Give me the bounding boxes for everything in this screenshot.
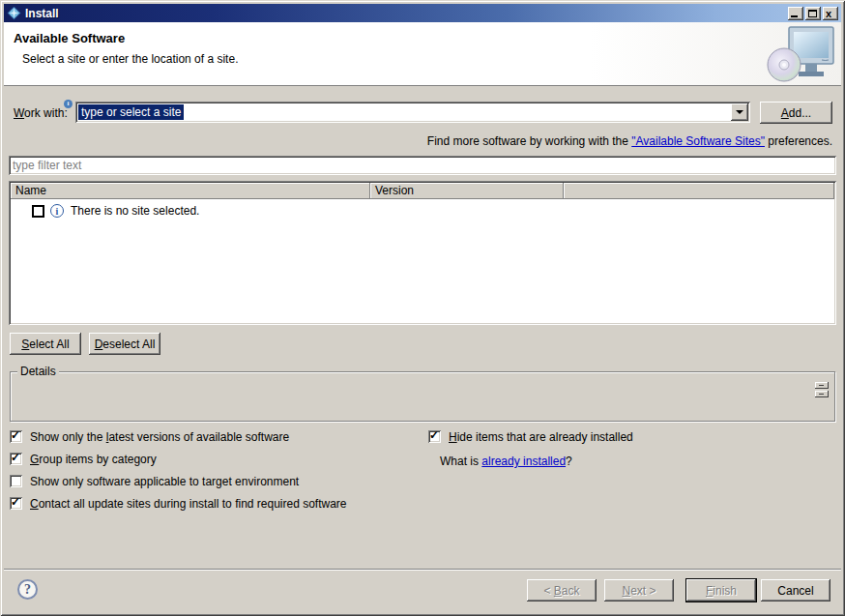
option-label: Contact all update sites during install … (30, 496, 347, 511)
finish-button[interactable]: Finish (686, 579, 756, 601)
combo-selected-text: type or select a site (78, 104, 184, 120)
option-group-by-category[interactable]: ✓ Group items by category (10, 452, 416, 466)
details-group: Details (10, 371, 835, 422)
what-is-installed-text: What is already installed? (440, 455, 572, 468)
details-resize-handle-icon[interactable] (815, 382, 829, 397)
table-header: Name Version (11, 183, 834, 199)
details-group-label: Details (17, 365, 59, 378)
deselect-all-button[interactable]: Deselect All (89, 333, 160, 355)
work-with-label: Work with: (14, 106, 68, 120)
option-label: Group items by category (30, 452, 157, 466)
table-row[interactable]: i There is no site selected. (11, 204, 199, 218)
info-icon: i (50, 204, 64, 218)
filter-input[interactable] (9, 156, 836, 175)
checkbox[interactable]: ✓ (10, 497, 22, 510)
maximize-button[interactable] (805, 7, 821, 20)
back-button[interactable]: < Back (527, 579, 597, 601)
option-contact-update-sites[interactable]: ✓ Contact all update sites during instal… (10, 496, 416, 511)
info-icon: i (64, 100, 73, 108)
software-tree-table[interactable]: Name Version i There is no site selected… (9, 181, 836, 325)
option-label: Hide items that are already installed (449, 429, 633, 444)
column-header-version[interactable]: Version (370, 183, 564, 199)
add-button[interactable]: Add... (760, 102, 832, 124)
already-installed-link[interactable]: already installed (481, 455, 566, 468)
checkbox[interactable]: ✓ (10, 475, 22, 487)
chevron-down-icon (736, 110, 743, 114)
cancel-button[interactable]: Cancel (761, 579, 830, 601)
checkbox[interactable]: ✓ (10, 453, 22, 465)
page-title: Available Software (14, 31, 125, 45)
row-label: There is no site selected. (71, 204, 199, 218)
row-checkbox[interactable] (32, 205, 44, 218)
find-more-text: Find more software by working with the "… (427, 134, 832, 148)
footer-separator (4, 569, 841, 571)
minimize-icon (791, 15, 798, 17)
help-icon: ? (24, 582, 31, 598)
title-bar[interactable]: Install x (4, 4, 841, 22)
close-button[interactable]: x (823, 7, 838, 20)
install-software-graphic-icon (764, 23, 835, 83)
option-label: Show only software applicable to target … (30, 474, 299, 488)
option-show-latest[interactable]: ✓ Show only the latest versions of avail… (10, 429, 416, 444)
window-title: Install (25, 7, 59, 20)
work-with-combo[interactable]: type or select a site (75, 102, 750, 123)
install-dialog-window: Install x Available Software Select a si… (0, 0, 845, 616)
column-header-name[interactable]: Name (11, 183, 370, 199)
wizard-banner: Available Software Select a site or ente… (4, 22, 841, 86)
close-icon: x (826, 9, 831, 18)
finish-button-default-ring: Finish (685, 578, 757, 602)
option-hide-installed[interactable]: ✓ Hide items that are already installed (428, 429, 834, 444)
checkbox[interactable]: ✓ (428, 430, 441, 443)
maximize-icon (808, 10, 817, 17)
details-content (16, 378, 811, 417)
available-software-sites-link[interactable]: "Available Software Sites" (631, 134, 765, 148)
column-header-empty[interactable] (564, 183, 834, 199)
page-subtitle: Select a site or enter the location of a… (22, 52, 238, 66)
help-button[interactable]: ? (17, 579, 38, 600)
combo-dropdown-button[interactable] (731, 103, 748, 121)
select-all-button[interactable]: Select All (10, 333, 81, 355)
next-button[interactable]: Next > (604, 579, 674, 601)
minimize-button[interactable] (788, 7, 803, 20)
install-diamond-icon (7, 6, 21, 20)
option-applicable-only[interactable]: ✓ Show only software applicable to targe… (10, 474, 416, 488)
option-label: Show only the latest versions of availab… (30, 429, 289, 444)
checkbox[interactable]: ✓ (10, 430, 22, 443)
